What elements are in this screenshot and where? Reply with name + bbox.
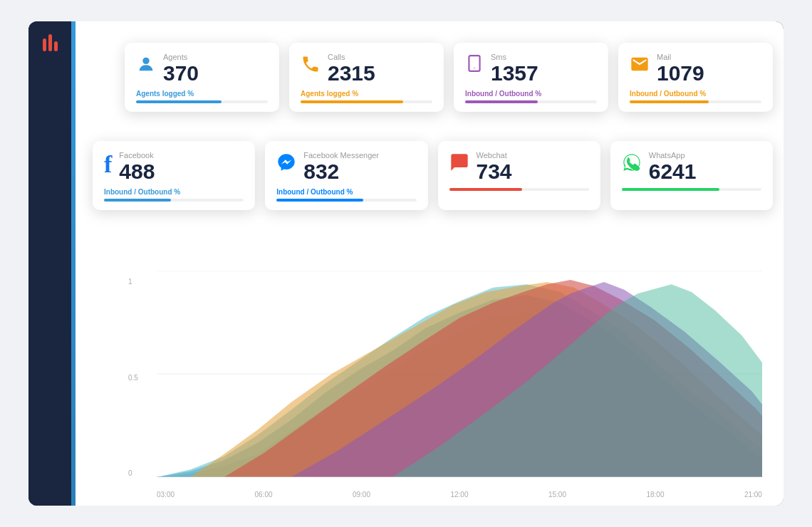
agents-progress-fill [136,100,222,103]
y-label-05: 0.5 [128,374,138,382]
whatsapp-label: WhatsApp [649,151,761,160]
webchat-progress-fill [449,188,522,191]
messenger-progress-track [276,199,416,202]
mail-value: 1079 [657,63,761,84]
mail-footer-label: Inbound / Outbound % [630,90,761,98]
calls-progress-fill [301,100,403,103]
x-label-12: 12:00 [450,491,468,499]
webchat-progress-track [449,188,589,191]
card-messenger: Facebook Messenger 832 Inbound / Outboun… [265,141,427,210]
webchat-label: Webchat [477,151,589,160]
cards-row2: f Facebook 488 Inbound / Outbound % [93,141,773,210]
facebook-progress-track [104,199,244,202]
y-label-0: 0 [128,469,138,477]
facebook-value: 488 [119,161,244,182]
facebook-footer-label: Inbound / Outbound % [104,188,244,196]
sms-value: 1357 [491,63,597,84]
messenger-footer-label: Inbound / Outbound % [276,188,416,196]
card-sms: Sms 1357 Inbound / Outbound % [454,43,608,112]
facebook-progress-fill [104,199,171,202]
card-facebook: f Facebook 488 Inbound / Outbound % [93,141,255,210]
messenger-value: 832 [303,161,416,182]
card-webchat: Webchat 734 [438,141,600,210]
calls-footer-label: Agents logged % [301,90,432,98]
webchat-value: 734 [477,161,589,182]
whatsapp-icon [622,152,642,176]
calls-icon [301,54,321,78]
mail-progress-fill [630,100,709,103]
agents-label: Agents [163,53,268,61]
mail-label: Mail [657,53,761,61]
x-label-21: 21:00 [744,491,762,499]
dashboard: Agents 370 Agents logged % [28,21,784,506]
messenger-label: Facebook Messenger [303,151,416,160]
cards-row1: Agents 370 Agents logged % [125,43,773,112]
chart-y-labels: 1 0.5 0 [128,278,138,477]
card-agents: Agents 370 Agents logged % [125,43,279,112]
y-label-1: 1 [128,278,138,286]
chart-x-labels: 03:00 06:00 09:00 12:00 15:00 18:00 21:0… [157,491,762,499]
agents-value: 370 [163,63,268,84]
x-label-15: 15:00 [548,491,566,499]
calls-label: Calls [328,53,432,61]
sms-footer-label: Inbound / Outbound % [465,90,597,98]
x-label-03: 03:00 [157,491,175,499]
card-whatsapp: WhatsApp 6241 [610,141,773,210]
calls-value: 2315 [328,63,432,84]
chart-area: 1 0.5 0 [121,264,784,506]
messenger-icon [276,152,296,176]
messenger-progress-fill [276,199,363,202]
area-chart [157,271,762,477]
main-content: Agents 370 Agents logged % [71,21,784,506]
facebook-icon: f [104,152,112,177]
card-calls: Calls 2315 Agents logged % [289,43,444,112]
svg-point-0 [142,58,149,64]
agents-progress-track [136,100,268,103]
facebook-label: Facebook [119,151,244,160]
x-label-18: 18:00 [646,491,664,499]
mail-icon [630,54,650,78]
sidebar [28,21,71,506]
svg-rect-1 [469,56,479,71]
sms-progress-fill [465,100,538,103]
mail-progress-track [630,100,761,103]
agents-footer-label: Agents logged % [136,90,268,98]
whatsapp-value: 6241 [649,161,761,182]
whatsapp-progress-track [622,188,761,191]
x-label-09: 09:00 [353,491,370,499]
whatsapp-progress-fill [622,188,719,191]
logo [43,34,58,51]
calls-progress-track [301,100,432,103]
sms-progress-track [465,100,597,103]
card-mail: Mail 1079 Inbound / Outbound % [618,43,773,112]
sms-icon [465,54,484,76]
sms-label: Sms [491,53,597,61]
x-label-06: 06:00 [254,491,272,499]
webchat-icon [449,152,469,176]
agents-icon [136,54,156,78]
